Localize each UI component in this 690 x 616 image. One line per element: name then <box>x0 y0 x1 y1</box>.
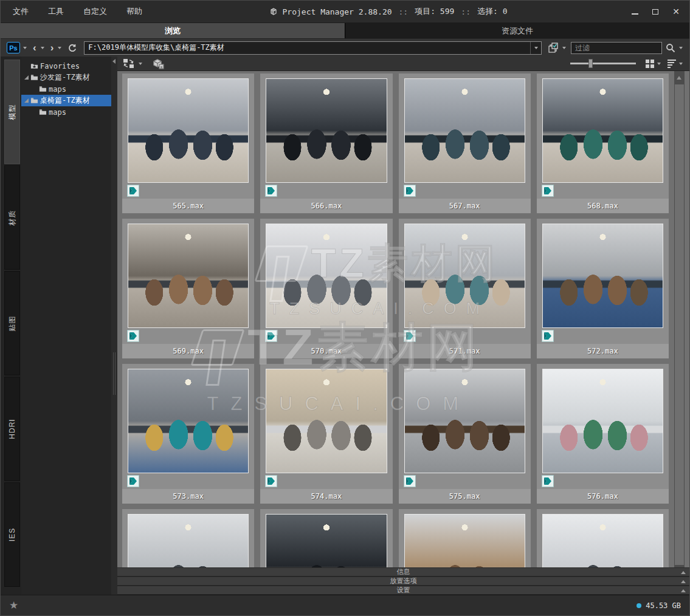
splitter-grip[interactable] <box>113 352 116 395</box>
category-tab-3[interactable]: HDRI <box>4 377 20 481</box>
asset-cell[interactable] <box>537 509 669 567</box>
refresh-button[interactable] <box>66 42 78 54</box>
sort-button[interactable] <box>668 60 685 68</box>
chevron-down-icon[interactable] <box>562 47 566 49</box>
tree-item--tz-[interactable]: 桌椅篇-TZ素材 <box>21 95 111 106</box>
tree-item-maps[interactable]: maps <box>21 106 111 118</box>
asset-thumbnail[interactable] <box>266 514 387 567</box>
asset-thumbnail[interactable] <box>128 78 249 183</box>
tab-0[interactable]: 浏览 <box>1 23 345 38</box>
expand-panel-icon <box>681 589 686 592</box>
asset-cell-565-max[interactable]: 565.max <box>122 74 254 213</box>
panel-bar-info[interactable]: 信息 <box>117 567 689 577</box>
max-file-badge-icon <box>404 475 416 487</box>
asset-thumbnail[interactable] <box>404 369 525 473</box>
chevron-down-icon[interactable] <box>679 47 683 49</box>
asset-cell-575-max[interactable]: 575.max <box>399 364 531 504</box>
asset-cell-572-max[interactable]: 572.max <box>537 219 669 358</box>
disk-status-icon <box>637 603 641 608</box>
forward-icon[interactable]: › <box>49 43 55 53</box>
category-tab-1[interactable]: 材质 <box>4 165 20 270</box>
asset-cell-568-max[interactable]: 568.max <box>537 74 669 213</box>
asset-thumbnail[interactable] <box>542 369 663 473</box>
slider-handle[interactable] <box>588 59 593 68</box>
asset-cell-576-max[interactable]: 576.max <box>537 364 669 504</box>
vertical-scrollbar[interactable] <box>674 71 685 567</box>
asset-thumbnail[interactable] <box>128 369 249 473</box>
asset-thumbnail[interactable] <box>128 224 249 328</box>
asset-filename: 571.max <box>399 344 531 358</box>
photoshop-launcher[interactable]: Ps <box>7 42 29 53</box>
asset-cell-569-max[interactable]: 569.max <box>122 219 254 358</box>
category-tab-0[interactable]: 模型 <box>4 60 20 164</box>
tab-1[interactable]: 资源文件 <box>345 23 689 38</box>
asset-thumbnail[interactable] <box>266 78 387 183</box>
title-separator: :: <box>399 7 409 16</box>
tree-item-favorites[interactable]: Favorites <box>21 60 111 72</box>
panel-bar-placement[interactable]: 放置选项 <box>117 577 689 586</box>
expander-icon[interactable] <box>24 75 29 80</box>
asset-cell-571-max[interactable]: 571.max <box>399 219 531 358</box>
search-button[interactable] <box>665 43 685 53</box>
asset-filename: 575.max <box>399 489 531 504</box>
asset-cell-574-max[interactable]: 574.max <box>260 364 392 504</box>
asset-cell-566-max[interactable]: 566.max <box>260 74 392 213</box>
back-icon[interactable]: ‹ <box>32 43 38 53</box>
chevron-down-icon[interactable] <box>657 63 661 65</box>
menu-item-1[interactable]: 工具 <box>41 4 71 19</box>
asset-thumbnail[interactable] <box>542 78 663 183</box>
category-tab-2[interactable]: 贴图 <box>4 271 20 375</box>
reload-previews-button[interactable] <box>122 58 144 70</box>
maximize-button[interactable] <box>647 4 664 19</box>
tree-item-label: maps <box>49 85 66 94</box>
tree-splitter[interactable] <box>111 56 117 595</box>
asset-thumbnail[interactable] <box>404 78 525 183</box>
tree-item--tz-[interactable]: 沙发篇-TZ素材 <box>21 72 111 83</box>
asset-thumbnail[interactable] <box>404 514 525 567</box>
asset-cell-573-max[interactable]: 573.max <box>122 364 254 504</box>
asset-cell-567-max[interactable]: 567.max <box>399 74 531 213</box>
asset-thumbnail[interactable] <box>128 514 249 567</box>
panel-bar-settings[interactable]: 设置 <box>117 586 689 595</box>
asset-thumbnail[interactable] <box>266 224 387 328</box>
chevron-down-icon[interactable] <box>679 63 683 65</box>
path-dropdown-button[interactable] <box>530 42 541 54</box>
asset-thumbnail[interactable] <box>542 224 663 328</box>
thumbnail-size-slider[interactable] <box>570 63 636 64</box>
asset-cell-570-max[interactable]: 570.max <box>260 219 392 358</box>
category-tab-4[interactable]: IES <box>4 482 20 587</box>
menu-item-3[interactable]: 帮助 <box>119 4 150 19</box>
asset-thumbnail[interactable] <box>542 514 663 567</box>
chevron-down-icon[interactable] <box>58 47 61 49</box>
scrollbar-thumb[interactable] <box>675 84 684 565</box>
expander-icon[interactable] <box>24 98 29 103</box>
nav-forward[interactable]: › <box>49 43 64 53</box>
save-model-button[interactable] <box>150 56 166 71</box>
search-icon <box>665 43 676 53</box>
asset-cell[interactable] <box>122 509 254 567</box>
chevron-down-icon[interactable] <box>41 47 44 49</box>
tree-item-maps[interactable]: maps <box>21 83 111 95</box>
menu-item-0[interactable]: 文件 <box>5 4 36 19</box>
collapse-panel-icon[interactable] <box>112 59 116 64</box>
chevron-down-icon[interactable] <box>23 47 27 49</box>
view-options-button[interactable] <box>547 42 568 54</box>
view-mode-button[interactable] <box>646 60 663 68</box>
close-button[interactable]: ✕ <box>668 4 685 19</box>
favorite-star-icon[interactable]: ★ <box>9 599 18 612</box>
photoshop-icon[interactable]: Ps <box>7 42 20 53</box>
thumbnail-grid: 565.max566.max567.max568.max569.max570.m… <box>122 74 669 567</box>
nav-back[interactable]: ‹ <box>32 43 46 53</box>
filter-input[interactable] <box>571 42 662 54</box>
asset-cell[interactable] <box>260 509 392 567</box>
asset-thumbnail[interactable] <box>404 224 525 328</box>
path-input[interactable] <box>85 44 530 52</box>
max-file-badge-icon <box>542 475 554 487</box>
asset-thumbnail[interactable] <box>266 369 387 473</box>
minimize-button[interactable] <box>626 4 643 19</box>
menu-item-2[interactable]: 自定义 <box>76 4 114 19</box>
scroll-up-icon[interactable] <box>677 76 681 80</box>
chevron-down-icon[interactable] <box>139 63 142 65</box>
asset-cell[interactable] <box>399 509 531 567</box>
path-combobox[interactable] <box>84 41 542 55</box>
